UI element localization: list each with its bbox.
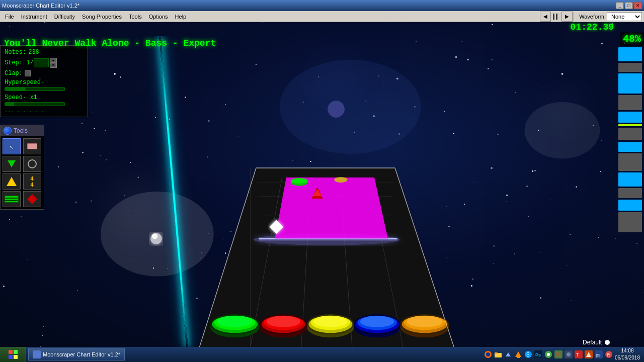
clap-label: Clap: <box>5 70 23 77</box>
waveform-dropdown[interactable]: None <box>607 12 642 21</box>
svg-point-17 <box>491 167 493 169</box>
tray-vlc-icon[interactable] <box>514 350 522 358</box>
timesig-tool[interactable]: 44 <box>23 173 41 190</box>
progress-bar-9 <box>618 172 642 187</box>
starpower-tool[interactable] <box>3 191 21 207</box>
waveform-select[interactable]: None <box>607 12 642 21</box>
step-input[interactable]: 32 <box>34 58 49 67</box>
close-button[interactable]: ✕ <box>634 2 642 9</box>
svg-point-18 <box>91 201 92 202</box>
tray-6-icon[interactable]: ps <box>595 350 603 358</box>
tray-4-icon[interactable]: T <box>575 350 583 358</box>
svg-point-58 <box>313 316 347 327</box>
tray-chrome-icon[interactable] <box>544 350 552 358</box>
svg-point-1 <box>525 102 600 158</box>
svg-point-12 <box>303 102 304 103</box>
eraser-tool[interactable] <box>23 138 41 154</box>
progress-bar-12 <box>618 212 642 232</box>
step-down[interactable]: ▼ <box>50 63 57 68</box>
note-tool[interactable] <box>3 156 21 172</box>
progress-bar-6 <box>618 128 642 140</box>
progress-bar-5 <box>618 112 642 123</box>
tray-5-icon[interactable] <box>585 350 593 358</box>
svg-point-14 <box>444 111 445 112</box>
tray-firefox-icon[interactable] <box>484 350 492 358</box>
svg-rect-75 <box>259 238 397 241</box>
tray-ps-icon[interactable]: Ps <box>534 350 542 358</box>
progress-bar-yellow <box>618 124 642 126</box>
tray-arrow-icon[interactable] <box>504 350 512 358</box>
svg-text:ps: ps <box>596 352 601 357</box>
progress-bar-8 <box>618 153 642 171</box>
dots-area: ... . . . . . <box>5 108 84 114</box>
starpower-icon <box>5 196 19 203</box>
waveform-label: Waveform: <box>579 14 606 20</box>
svg-point-54 <box>267 316 300 327</box>
clock-date: 06/09/2018 <box>615 355 640 360</box>
taskbar-items: Moonscraper Chart Editor v1.2* <box>26 348 480 360</box>
tray-folder-icon[interactable] <box>494 350 502 358</box>
menu-tools[interactable]: Tools <box>126 13 145 21</box>
tools-panel: Tools ↖ 44 <box>0 125 44 210</box>
forward-button[interactable]: ▶ <box>561 12 573 22</box>
clap-row: Clap: <box>5 70 84 77</box>
highway-svg <box>0 36 644 347</box>
menu-difficulty[interactable]: Difficulty <box>51 13 78 21</box>
hyperspeed-slider[interactable] <box>5 87 65 91</box>
svg-point-21 <box>152 233 157 239</box>
bpm-tool[interactable] <box>3 173 21 190</box>
svg-point-92 <box>547 353 550 356</box>
svg-text:S: S <box>526 352 530 357</box>
taskbar: Moonscraper Chart Editor v1.2* S Ps <box>0 347 644 362</box>
svg-point-16 <box>137 177 139 178</box>
svg-point-8 <box>515 92 516 93</box>
menu-instrument[interactable]: Instrument <box>18 13 50 21</box>
rewind-button[interactable]: ◀ <box>540 12 551 22</box>
pause-icon <box>553 14 554 20</box>
svg-point-96 <box>567 352 571 356</box>
svg-point-6 <box>396 77 398 79</box>
minimize-button[interactable]: _ <box>616 2 624 9</box>
svg-rect-77 <box>14 350 18 354</box>
tray-minecraft-icon[interactable] <box>554 350 562 358</box>
menubar: File Instrument Difficulty Song Properti… <box>0 11 644 22</box>
open-note-tool[interactable] <box>23 156 41 172</box>
svg-point-15 <box>538 130 539 131</box>
eraser-icon <box>27 143 37 149</box>
menu-options[interactable]: Options <box>146 13 171 21</box>
clap-checkbox[interactable] <box>25 70 31 76</box>
tray-3-icon[interactable] <box>565 350 573 358</box>
tray-7-icon[interactable]: R <box>605 350 613 358</box>
menu-song-properties[interactable]: Song Properties <box>79 13 125 21</box>
svg-rect-79 <box>14 355 18 359</box>
step-up[interactable]: ▲ <box>50 58 57 63</box>
svg-point-19 <box>576 186 577 188</box>
chart-area <box>0 36 644 347</box>
event-tool[interactable] <box>23 191 41 207</box>
svg-point-4 <box>185 97 186 98</box>
svg-rect-78 <box>9 355 13 359</box>
speed-container: Speed- x1 <box>5 94 84 106</box>
maximize-button[interactable]: □ <box>625 2 633 9</box>
start-button[interactable] <box>0 347 26 362</box>
open-note-icon <box>28 159 37 168</box>
taskbar-active-window[interactable]: Moonscraper Chart Editor v1.2* <box>28 348 125 360</box>
hyperspeed-container: Hyperspeed- <box>5 79 84 91</box>
warning-icon <box>7 177 17 186</box>
default-circle-icon <box>605 340 610 345</box>
tools-label: Tools <box>14 127 28 134</box>
svg-point-3 <box>114 73 116 75</box>
svg-point-10 <box>105 130 106 131</box>
svg-rect-76 <box>9 350 13 354</box>
windows-icon <box>8 349 18 359</box>
tray-skype-icon[interactable]: S <box>524 350 532 358</box>
cursor-icon: ↖ <box>10 142 14 151</box>
svg-point-81 <box>486 352 490 356</box>
menu-help[interactable]: Help <box>172 13 190 21</box>
speed-slider[interactable] <box>5 102 65 106</box>
cursor-tool[interactable]: ↖ <box>3 138 21 154</box>
svg-point-9 <box>561 73 564 75</box>
speed-fill <box>5 103 14 106</box>
menu-file[interactable]: File <box>2 13 17 21</box>
pause-button[interactable] <box>553 14 557 20</box>
